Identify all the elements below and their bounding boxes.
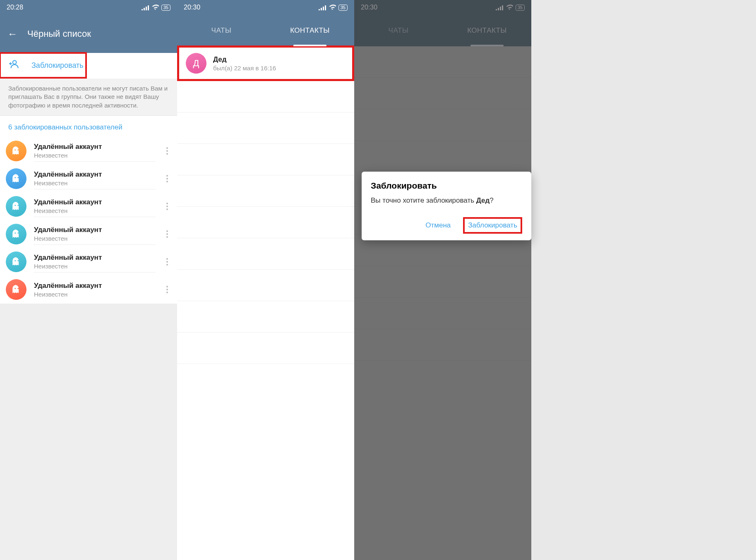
battery-icon: 35 xyxy=(338,5,348,11)
add-user-icon xyxy=(8,59,19,72)
blocked-users-list: Удалённый аккаунтНеизвестенУдалённый акк… xyxy=(0,137,177,304)
battery-icon: 35 xyxy=(161,5,170,11)
blocked-user-status: Неизвестен xyxy=(34,152,156,159)
wifi-icon xyxy=(329,5,336,10)
blocked-user-row[interactable]: Удалённый аккаунтНеизвестен xyxy=(0,137,177,165)
more-options-icon[interactable] xyxy=(163,286,171,293)
empty-area xyxy=(0,304,177,560)
blocked-user-name: Удалённый аккаунт xyxy=(34,282,156,290)
blocked-user-status: Неизвестен xyxy=(34,179,156,187)
dialog-title: Заблокировать xyxy=(371,181,522,191)
more-options-icon[interactable] xyxy=(163,203,171,210)
list-item[interactable] xyxy=(177,112,354,144)
confirm-dialog-screen: 20:30 35 ЧАТЫ КОНТАКТЫ Заблокировать Вы … xyxy=(354,0,531,560)
blocked-user-row[interactable]: Удалённый аккаунтНеизвестен xyxy=(0,165,177,193)
signal-icon xyxy=(319,5,326,10)
list-item[interactable] xyxy=(177,301,354,333)
avatar xyxy=(6,224,26,244)
wifi-icon xyxy=(151,5,159,10)
tab-bar: ЧАТЫ КОНТАКТЫ xyxy=(177,15,354,46)
blocked-users-count: 6 заблокированных пользователей xyxy=(0,116,177,137)
contact-picker-screen: 20:30 35 ЧАТЫ КОНТАКТЫ Д Дед был(а) 22 м… xyxy=(177,0,354,560)
status-time: 20:28 xyxy=(7,4,23,11)
avatar-initial: Д xyxy=(193,58,199,69)
list-item[interactable] xyxy=(177,238,354,270)
more-options-icon[interactable] xyxy=(163,175,171,182)
blocked-user-status: Неизвестен xyxy=(34,207,156,214)
contact-name: Дед xyxy=(213,55,276,64)
confirm-block-button[interactable]: Заблокировать xyxy=(463,217,522,234)
status-indicators: 35 xyxy=(319,5,348,11)
back-arrow-icon[interactable]: ← xyxy=(7,28,17,40)
dialog-actions: Отмена Заблокировать xyxy=(371,217,522,234)
blocked-user-status: Неизвестен xyxy=(34,291,156,298)
blocked-user-row[interactable]: Удалённый аккаунтНеизвестен xyxy=(0,248,177,276)
blocked-user-row[interactable]: Удалённый аккаунтНеизвестен xyxy=(0,193,177,220)
blocked-user-name: Удалённый аккаунт xyxy=(34,143,156,151)
avatar xyxy=(6,168,26,189)
avatar xyxy=(6,196,26,217)
more-options-icon[interactable] xyxy=(163,147,171,155)
list-item[interactable] xyxy=(177,144,354,175)
blocked-user-row[interactable]: Удалённый аккаунтНеизвестен xyxy=(0,276,177,304)
signal-icon xyxy=(142,5,149,10)
contact-row[interactable]: Д Дед был(а) 22 мая в 16:16 xyxy=(179,48,352,79)
list-item[interactable] xyxy=(177,270,354,301)
blocked-user-status: Неизвестен xyxy=(34,235,156,242)
list-item[interactable] xyxy=(177,175,354,207)
blacklist-info-text: Заблокированные пользователи не могут пи… xyxy=(0,79,177,116)
list-item[interactable] xyxy=(177,333,354,364)
blacklist-screen: 20:28 35 ← Чёрный список Заблокировать З… xyxy=(0,0,177,560)
page-title: Чёрный список xyxy=(27,29,91,39)
status-indicators: 35 xyxy=(142,5,170,11)
blocked-user-name: Удалённый аккаунт xyxy=(34,254,156,262)
avatar xyxy=(6,279,26,300)
cancel-button[interactable]: Отмена xyxy=(421,218,455,233)
status-bar: 20:30 35 xyxy=(177,0,354,15)
dialog-message: Вы точно хотите заблокировать Дед? xyxy=(371,196,522,205)
avatar: Д xyxy=(186,53,206,74)
block-user-label: Заблокировать xyxy=(31,61,84,70)
blocked-user-name: Удалённый аккаунт xyxy=(34,170,156,179)
block-user-button[interactable]: Заблокировать xyxy=(0,52,87,79)
more-options-icon[interactable] xyxy=(163,258,171,266)
list-item[interactable] xyxy=(177,81,354,112)
modal-overlay[interactable] xyxy=(354,0,531,560)
contact-highlighted: Д Дед был(а) 22 мая в 16:16 xyxy=(177,45,354,81)
list-item[interactable] xyxy=(177,207,354,238)
status-bar: 20:28 35 xyxy=(0,0,177,15)
blocked-user-row[interactable]: Удалённый аккаунтНеизвестен xyxy=(0,220,177,248)
tab-chats[interactable]: ЧАТЫ xyxy=(177,15,266,46)
blocked-user-name: Удалённый аккаунт xyxy=(34,198,156,206)
blocked-user-name: Удалённый аккаунт xyxy=(34,226,156,234)
contact-last-seen: был(а) 22 мая в 16:16 xyxy=(213,65,276,72)
blacklist-header: ← Чёрный список xyxy=(0,15,177,53)
blocked-user-status: Неизвестен xyxy=(34,263,156,270)
svg-point-0 xyxy=(13,60,17,64)
avatar xyxy=(6,251,26,272)
contact-list-placeholder xyxy=(177,81,354,560)
tab-contacts[interactable]: КОНТАКТЫ xyxy=(266,15,354,46)
confirm-block-dialog: Заблокировать Вы точно хотите заблокиров… xyxy=(362,172,531,240)
avatar xyxy=(6,141,26,161)
more-options-icon[interactable] xyxy=(163,230,171,238)
status-time: 20:30 xyxy=(184,4,200,11)
